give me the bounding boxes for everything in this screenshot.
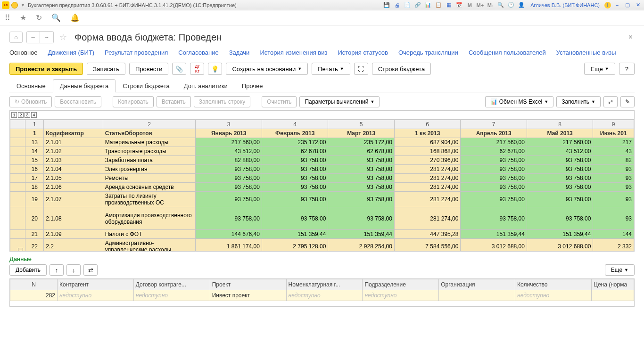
home-button[interactable]: ⌂ (9, 32, 23, 43)
grid-row[interactable]: 192.1.07Затраты по лизингу производствен… (10, 192, 634, 207)
clear-button[interactable]: Очистить (262, 96, 297, 107)
fill-button[interactable]: Заполнить ▼ (556, 96, 601, 107)
print-icon[interactable]: 🖨 (393, 1, 401, 9)
nav-tasks[interactable]: Задачи (229, 49, 250, 56)
tab-analytics[interactable]: Доп. аналитики (177, 79, 235, 92)
mem-mminus[interactable]: M- (486, 1, 495, 9)
mem-m[interactable]: M (465, 1, 474, 9)
page-title: Форма ввода бюджета: Проведен (74, 32, 222, 43)
tip-button[interactable]: 💡 (208, 63, 222, 75)
grid-row[interactable]: 212.1.09Налоги с ФОТ144 676,40151 359,44… (10, 230, 634, 239)
lg-col-org[interactable]: Организация (439, 279, 515, 290)
grid-icon[interactable]: ▦ (445, 1, 453, 9)
lg-col-proj[interactable]: Проект (210, 279, 286, 290)
search-icon[interactable]: 🔍 (51, 13, 61, 22)
close-form-icon[interactable]: × (627, 33, 635, 41)
grid-row[interactable]: 182.1.06Аренда основных средств93 758,00… (10, 183, 634, 192)
nav-main[interactable]: Основное (9, 49, 38, 56)
user-name[interactable]: Агличев В.В. (БИТ.ФИНАНС) (530, 1, 600, 9)
attach-button[interactable]: 📎 (172, 63, 186, 75)
link-icon[interactable]: 🔗 (413, 1, 422, 9)
grid-row[interactable]: 202.1.08Амортизация производственного об… (10, 207, 634, 230)
grid-row[interactable]: 162.1.04Электроэнергия93 758,0093 758,00… (10, 165, 634, 174)
mem-mplus[interactable]: M+ (476, 1, 484, 9)
tab-budget-rows[interactable]: Строки бюджета (116, 79, 176, 92)
expand-button[interactable]: ⛶ (354, 63, 368, 75)
edit-button[interactable]: ✎ (620, 96, 635, 107)
create-based-button[interactable]: Создать на основании▼ (226, 63, 308, 75)
forward-button[interactable]: → (40, 32, 53, 43)
grid-row[interactable]: 152.1.03Заработная плата82 880,0093 758,… (10, 156, 634, 165)
post-button[interactable]: Провести (129, 63, 169, 75)
copy-icon[interactable]: 📋 (434, 1, 443, 9)
swap-button[interactable]: ⇄ (603, 96, 618, 107)
lower-row[interactable]: 282 недоступнонедоступно Инвест проект н… (10, 290, 634, 301)
move-up-button[interactable]: ↑ (50, 264, 64, 276)
dropdown-icon[interactable]: ▼ (21, 3, 25, 8)
nav-histstat[interactable]: История статусов (338, 49, 388, 56)
clock-icon[interactable]: 🕐 (507, 1, 515, 9)
nav-movements[interactable]: Движения (БИТ) (48, 49, 94, 56)
nav-queue[interactable]: Очередь трансляции (398, 49, 458, 56)
lg-col-price[interactable]: Цена (норма (592, 279, 634, 290)
back-button[interactable]: ← (27, 32, 40, 43)
more-button[interactable]: Еще▼ (584, 63, 615, 75)
lg-col-n[interactable]: N (10, 279, 58, 290)
tabs: Основные Данные бюджета Строки бюджета Д… (9, 79, 635, 92)
info-icon[interactable]: i (604, 2, 611, 8)
lg-col-qty[interactable]: Количество (515, 279, 592, 290)
nav-visas[interactable]: Установленные визы (556, 49, 616, 56)
add-button[interactable]: Добавить (9, 264, 47, 276)
nav-msgs[interactable]: Сообщения пользователей (469, 49, 546, 56)
excel-button[interactable]: 📊 Обмен MS Excel ▼ (485, 96, 553, 107)
save-button[interactable]: Записать (87, 63, 125, 75)
nav-agree[interactable]: Согласование (178, 49, 218, 56)
nav-histviz[interactable]: История изменения виз (260, 49, 327, 56)
grid-row[interactable]: −222.2Административно-управленческие рас… (10, 239, 634, 252)
lg-col-kontr[interactable]: Контрагент (58, 279, 134, 290)
tab-budget-data[interactable]: Данные бюджета (53, 79, 116, 92)
calc-icon[interactable]: 📊 (424, 1, 432, 9)
move-down-button[interactable]: ↓ (66, 264, 81, 276)
tab-main[interactable]: Основные (9, 79, 53, 92)
lower-more-button[interactable]: Еще ▼ (605, 264, 635, 276)
restore-button[interactable]: Восстановить (55, 96, 101, 107)
traffic-light-icon[interactable] (11, 2, 18, 8)
lg-col-nom[interactable]: Номенклатурная г... (286, 279, 363, 290)
grid-level-buttons[interactable]: 1234 (10, 111, 634, 120)
refresh-button[interactable]: ↻ Обновить (9, 96, 52, 107)
zoom-icon[interactable]: 🔍 (496, 1, 505, 9)
dtk-button[interactable]: ДтКт (190, 63, 204, 75)
budget-grid[interactable]: 1234 1 2 345 6789 1 Кодификатор СтатьяОб… (9, 110, 635, 252)
save-icon[interactable]: 💾 (382, 1, 391, 9)
close-window-icon[interactable]: ✕ (634, 1, 642, 9)
favorite-icon[interactable]: ★ (20, 13, 26, 22)
copy-button[interactable]: Копировать (113, 96, 154, 107)
calendar-icon[interactable]: 📅 (455, 1, 463, 9)
tab-other[interactable]: Прочее (235, 79, 270, 92)
grid-row[interactable]: 172.1.05Ремонты93 758,0093 758,0093 758,… (10, 174, 634, 183)
lg-col-podr[interactable]: Подразделение (363, 279, 439, 290)
swap2-button[interactable]: ⇄ (83, 264, 98, 276)
calc-params-button[interactable]: Параметры вычислений ▼ (299, 96, 380, 107)
nav-result[interactable]: Результат проведения (105, 49, 168, 56)
apps-icon[interactable]: ⠿ (5, 13, 10, 22)
budget-rows-button[interactable]: Строки бюджета (372, 63, 431, 75)
history-icon[interactable]: ↻ (36, 13, 42, 22)
main-toolbar: ⠿ ★ ↻ 🔍 🔔 (0, 10, 644, 25)
grid-row[interactable]: 132.1.01Материальные расходы217 560,0023… (10, 138, 634, 147)
print-button[interactable]: Печать▼ (312, 63, 350, 75)
doc-icon[interactable]: 📄 (403, 1, 412, 9)
maximize-icon[interactable]: ▢ (623, 1, 632, 9)
minimize-icon[interactable]: − (613, 1, 621, 9)
lower-grid[interactable]: N Контрагент Договор контраге... Проект … (9, 278, 635, 307)
lg-col-dog[interactable]: Договор контраге... (133, 279, 210, 290)
paste-button[interactable]: Вставить (157, 96, 191, 107)
grid-row[interactable]: 142.1.02Транспортные расходы43 512,0062 … (10, 147, 634, 156)
fillrow-button[interactable]: Заполнить строку (194, 96, 250, 107)
help-button[interactable]: ? (619, 63, 635, 75)
star-icon[interactable]: ☆ (59, 32, 67, 42)
bell-icon[interactable]: 🔔 (70, 13, 80, 22)
grid-header-row: 1 Кодификатор СтатьяОборотов Январь 2013… (10, 129, 634, 138)
post-close-button[interactable]: Провести и закрыть (9, 63, 83, 75)
